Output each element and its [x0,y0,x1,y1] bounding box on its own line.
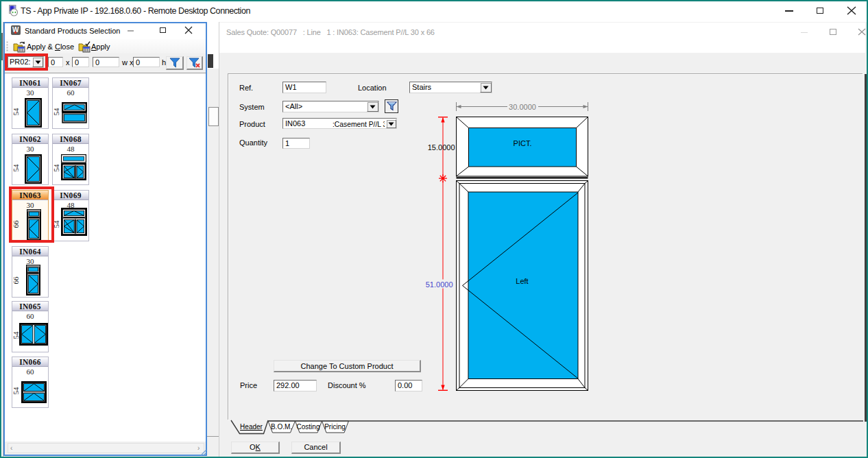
svg-text:Pricing: Pricing [324,423,346,431]
svg-text:Costing: Costing [297,423,320,431]
svg-text:PICT.: PICT. [514,139,532,147]
svg-text:15.0000: 15.0000 [428,143,455,152]
svg-text:51.0000: 51.0000 [426,280,453,289]
svg-text:Header: Header [240,423,263,431]
svg-text:30.0000: 30.0000 [509,103,536,111]
svg-text:B.O.M.: B.O.M. [271,423,292,431]
svg-text:Left: Left [516,277,528,285]
